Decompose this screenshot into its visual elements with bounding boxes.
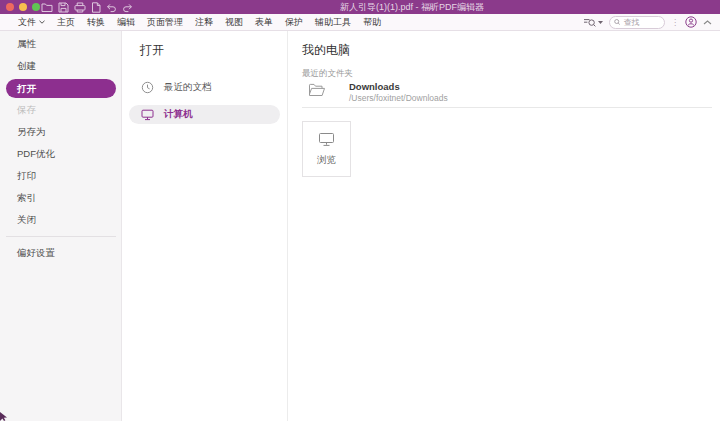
backstage-sidebar: 属性 创建 打开 保存 另存为 PDF优化 打印 索引 关闭 偏好设置: [0, 31, 122, 421]
tab-convert[interactable]: 转换: [87, 16, 105, 29]
tab-file[interactable]: 文件: [18, 16, 45, 29]
computer-panel: 我的电脑 最近的文件夹 Downloads /Users/foxitnet/Do…: [288, 31, 720, 421]
menubar: 文件 主页 转换 编辑 页面管理 注释 视图 表单 保护 辅助工具 帮助 ⋮: [0, 14, 720, 31]
clock-icon: [141, 81, 154, 94]
recent-folders-label: 最近的文件夹: [302, 68, 353, 80]
account-avatar[interactable]: [685, 16, 697, 28]
tab-view[interactable]: 视图: [225, 16, 243, 29]
sidebar-item-open[interactable]: 打开: [6, 79, 116, 98]
sidebar-item-save-as[interactable]: 另存为: [0, 121, 121, 143]
tab-page-organize[interactable]: 页面管理: [147, 16, 183, 29]
sidebar-item-properties[interactable]: 属性: [0, 33, 121, 55]
sidebar-item-preferences[interactable]: 偏好设置: [0, 242, 121, 264]
folder-path: /Users/foxitnet/Downloads: [349, 93, 448, 103]
window-title: 新人引导(1)(1).pdf - 福昕PDF编辑器: [0, 0, 720, 14]
tab-edit[interactable]: 编辑: [117, 16, 135, 29]
tab-help[interactable]: 帮助: [363, 16, 381, 29]
find-replace-icon[interactable]: [583, 17, 603, 28]
computer-icon: [141, 109, 154, 121]
more-options[interactable]: ⋮: [671, 17, 679, 28]
search-icon: [614, 18, 620, 26]
tab-form[interactable]: 表单: [255, 16, 273, 29]
search-input[interactable]: [623, 18, 660, 27]
sidebar-item-close[interactable]: 关闭: [0, 209, 121, 231]
search-box[interactable]: [609, 16, 665, 29]
sidebar-item-print[interactable]: 打印: [0, 165, 121, 187]
sidebar-divider: [6, 236, 116, 237]
divider: [302, 107, 712, 108]
tab-comment[interactable]: 注释: [195, 16, 213, 29]
sidebar-item-save: 保存: [0, 99, 121, 121]
folder-name: Downloads: [349, 81, 400, 92]
open-panel: 打开 最近的文档 计算机: [122, 31, 288, 421]
list-item-computer[interactable]: 计算机: [129, 105, 280, 124]
computer-panel-title: 我的电脑: [302, 42, 350, 59]
window-titlebar: 新人引导(1)(1).pdf - 福昕PDF编辑器: [0, 0, 720, 14]
tab-protect[interactable]: 保护: [285, 16, 303, 29]
mouse-cursor: [0, 412, 8, 421]
collapse-toolbar-icon[interactable]: [703, 20, 712, 25]
sidebar-item-create[interactable]: 创建: [0, 55, 121, 77]
tab-file-label: 文件: [18, 16, 36, 29]
browse-label: 浏览: [317, 154, 336, 167]
chevron-down-icon: [598, 21, 603, 24]
tab-accessibility[interactable]: 辅助工具: [315, 16, 351, 29]
open-panel-title: 打开: [140, 42, 164, 59]
chevron-down-icon: [39, 20, 45, 24]
list-item-recent-documents[interactable]: 最近的文档: [129, 76, 280, 98]
recent-folder-row[interactable]: Downloads /Users/foxitnet/Downloads: [302, 80, 712, 106]
sidebar-item-pdf-optimize[interactable]: PDF优化: [0, 143, 121, 165]
browse-button[interactable]: 浏览: [302, 121, 351, 177]
tab-home[interactable]: 主页: [57, 16, 75, 29]
sidebar-item-index[interactable]: 索引: [0, 187, 121, 209]
folder-icon: [308, 82, 326, 98]
monitor-icon: [318, 132, 335, 147]
